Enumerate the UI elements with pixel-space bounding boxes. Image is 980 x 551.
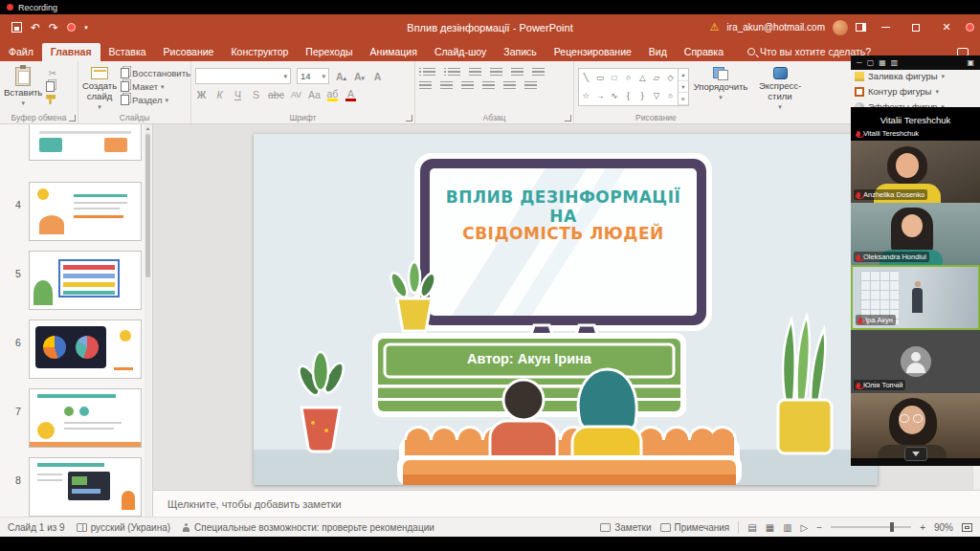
line-spacing-icon[interactable] — [511, 68, 523, 77]
shapes-scroll-up-icon[interactable]: ▴ — [679, 69, 688, 81]
shape-triangle-icon[interactable]: △ — [639, 74, 646, 82]
section-button[interactable]: Раздел▾ — [121, 95, 190, 105]
slide-author-text[interactable]: Автор: Акун Ірина — [385, 351, 674, 366]
close-button[interactable]: ✕ — [935, 18, 958, 37]
normal-view-icon[interactable]: ▤ — [747, 522, 756, 533]
meeting-minimize-icon[interactable]: ─ — [857, 58, 862, 67]
shape-star-icon[interactable]: ☆ — [583, 92, 590, 100]
tab-draw[interactable]: Рисование — [155, 43, 223, 61]
participant-tile-oleksandra[interactable]: Oleksandra Hondiul — [851, 203, 980, 265]
strikethrough-button[interactable]: abc — [268, 89, 284, 100]
tab-help[interactable]: Справка — [676, 43, 732, 61]
shape-brace-left-icon[interactable]: { — [627, 92, 630, 100]
shapes-gallery[interactable]: ╲ ▭ □ ○ △ ▱ ◇ ☆ → ∿ { } ▽ ○ ▴ ▾ — [578, 68, 689, 106]
thumbnail-slide-8[interactable] — [29, 457, 142, 517]
participant-tile-yuliia[interactable]: Юлія Топчій — [851, 330, 980, 393]
undo-icon[interactable]: ↶ — [31, 21, 40, 34]
zoom-out-button[interactable]: − — [816, 522, 822, 533]
slide-title-line-2[interactable]: СВІДОМІСТЬ ЛЮДЕЙ — [430, 224, 697, 243]
tab-home[interactable]: Главная — [42, 43, 100, 61]
tab-insert[interactable]: Вставка — [100, 43, 155, 61]
tab-animations[interactable]: Анимация — [362, 43, 426, 61]
italic-button[interactable]: К — [213, 89, 226, 100]
ribbon-display-options-icon[interactable] — [856, 23, 866, 32]
thumbnail-scrollbar[interactable]: ▴ — [145, 124, 151, 517]
shape-outline-button[interactable]: Контур фигуры ▾ — [855, 86, 977, 97]
shape-fill-button[interactable]: Заливка фигуры ▾ — [855, 71, 977, 81]
slide-sorter-view-icon[interactable]: ▦ — [766, 522, 774, 533]
shapes-scroll-down-icon[interactable]: ▾ — [679, 81, 688, 94]
grow-font-button[interactable]: A▴ — [335, 71, 347, 82]
tab-transitions[interactable]: Переходы — [297, 43, 361, 61]
quick-styles-button[interactable]: Экспресс-стили ▾ — [752, 64, 808, 111]
reading-view-icon[interactable]: ▥ — [783, 522, 791, 533]
shape-arrow-icon[interactable]: → — [596, 92, 605, 100]
reset-slide-button[interactable]: Восстановить — [121, 68, 190, 78]
thumbnail-scrollbar-thumb[interactable] — [145, 134, 150, 277]
new-slide-dropdown-icon[interactable]: ▾ — [98, 103, 101, 111]
smartart-convert-icon[interactable] — [524, 81, 537, 91]
shapes-more-icon[interactable]: ≡ — [679, 93, 688, 105]
tab-file[interactable]: Файл — [0, 43, 42, 61]
language-status[interactable]: русский (Украина) — [77, 522, 170, 533]
tab-design[interactable]: Конструктор — [222, 43, 297, 61]
highlight-color-button[interactable]: аб — [326, 88, 339, 101]
current-slide[interactable]: ВПЛИВ ДЕЗІНФОРМАЦІЇ НА СВІДОМІСТЬ ЛЮДЕЙ … — [254, 134, 878, 485]
shape-curve-icon[interactable]: ∿ — [611, 92, 617, 100]
meeting-view-icon[interactable]: ▣ — [967, 58, 974, 67]
clipboard-dialog-launcher[interactable] — [69, 115, 76, 121]
change-case-button[interactable]: Aa — [308, 89, 321, 100]
fit-slide-icon[interactable] — [962, 523, 972, 532]
thumbnail-slide-3[interactable] — [29, 124, 142, 161]
shape-diamond-icon[interactable]: ◇ — [667, 74, 674, 82]
tab-record[interactable]: Запись — [495, 43, 545, 61]
new-slide-button[interactable]: Создать слайд ▾ — [82, 64, 117, 111]
thumbnail-slide-4[interactable] — [29, 182, 142, 241]
underline-button[interactable]: Ч — [232, 89, 244, 100]
shape-line-icon[interactable]: ╲ — [584, 74, 589, 82]
text-shadow-button[interactable]: S — [250, 89, 262, 100]
paste-button[interactable]: Вставить ▾ — [4, 64, 42, 111]
comments-toggle[interactable]: Примечания — [660, 522, 730, 533]
bullets-icon[interactable] — [423, 68, 435, 77]
tab-review[interactable]: Рецензирование — [546, 43, 640, 61]
thumbnail-slide-7[interactable] — [29, 388, 142, 448]
font-name-combo[interactable]: ▾ — [195, 68, 291, 84]
arrange-button[interactable]: Упорядочить ▾ — [693, 64, 748, 111]
minimize-button[interactable] — [874, 18, 897, 37]
text-direction-icon[interactable] — [532, 68, 545, 77]
increase-indent-icon[interactable] — [490, 68, 502, 77]
thumbnail-scroll-up-icon[interactable]: ▴ — [145, 124, 151, 133]
shape-square-icon[interactable]: □ — [612, 74, 616, 82]
layout-button[interactable]: Макет▾ — [121, 81, 190, 92]
accessibility-status[interactable]: Специальные возможности: проверьте реком… — [182, 522, 434, 533]
account-email[interactable]: ira_akun@hotmail.com — [727, 22, 825, 33]
paragraph-dialog-launcher[interactable] — [565, 115, 571, 121]
clear-formatting-button[interactable]: A — [371, 71, 384, 82]
numbering-icon[interactable] — [448, 68, 460, 77]
qat-customize-icon[interactable]: ▾ — [84, 24, 88, 32]
shape-triangle-down-icon[interactable]: ▽ — [654, 92, 660, 100]
participant-tile-anzhelika[interactable]: Anzhelika Dosenko — [851, 141, 980, 203]
zoom-slider-thumb[interactable] — [890, 522, 894, 532]
align-right-icon[interactable] — [461, 81, 474, 91]
notes-pane[interactable]: Щелкните, чтобы добавить заметки — [153, 490, 980, 517]
slide-title-line-1[interactable]: ВПЛИВ ДЕЗІНФОРМАЦІЇ НА — [430, 187, 697, 226]
zoom-level[interactable]: 90% — [934, 522, 953, 533]
zoom-slider[interactable] — [831, 526, 911, 528]
save-icon[interactable] — [11, 22, 22, 33]
meeting-restore-icon[interactable]: ▢ — [867, 58, 875, 67]
copy-icon[interactable] — [46, 81, 55, 92]
character-spacing-button[interactable]: AV — [290, 90, 302, 99]
recorder-stop-icon[interactable] — [966, 23, 974, 32]
decrease-indent-icon[interactable] — [469, 68, 481, 77]
notes-toggle[interactable]: Заметки — [600, 522, 651, 533]
align-center-icon[interactable] — [440, 81, 453, 91]
meeting-grid-icon[interactable]: ▦ — [879, 58, 886, 67]
shape-ellipse-icon[interactable]: ○ — [626, 74, 631, 82]
cut-icon[interactable]: ✂ — [46, 68, 58, 78]
maximize-button[interactable] — [904, 18, 927, 37]
thumbnail-slide-6[interactable] — [29, 320, 142, 379]
paste-dropdown-icon[interactable]: ▾ — [21, 99, 25, 107]
shrink-font-button[interactable]: A▾ — [353, 71, 366, 82]
